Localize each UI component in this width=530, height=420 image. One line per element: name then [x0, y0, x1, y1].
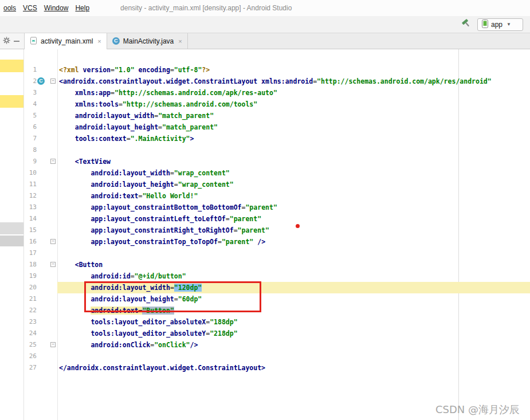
code-token: "218dp" — [210, 329, 237, 337]
menu-item-tools[interactable]: ools — [0, 4, 19, 12]
code-line[interactable]: 11 android:layout_height="wrap_content" — [24, 179, 530, 190]
line-number: 10 — [29, 167, 37, 179]
build-hammer-icon[interactable] — [461, 18, 472, 30]
line-number: 17 — [29, 248, 37, 259]
code-line[interactable]: 25− android:onClick="onClick"/> — [24, 339, 530, 351]
code-line[interactable]: 18− <Button — [24, 259, 530, 270]
code-text[interactable]: xmlns:app="http://schemas.android.com/ap… — [57, 87, 530, 99]
code-line[interactable]: 27</androidx.constraintlayout.widget.Con… — [24, 362, 530, 374]
line-number: 11 — [29, 179, 37, 190]
code-token: encoding — [139, 66, 170, 74]
code-line[interactable]: 4 xmlns:tools="http://schemas.android.co… — [24, 99, 530, 110]
gutter: 4 — [24, 99, 57, 110]
line-number: 16 — [29, 236, 37, 248]
line-number: 4 — [33, 99, 37, 110]
code-line[interactable]: 24 tools:layout_editor_absoluteY="218dp" — [24, 328, 530, 339]
fold-marker-icon[interactable]: − — [50, 262, 56, 267]
code-editor[interactable]: 1<?xml version="1.0" encoding="utf-8"?>2… — [24, 49, 530, 420]
code-text[interactable]: android:layout_height="match_parent" — [57, 121, 530, 133]
code-text[interactable]: <TextView — [57, 156, 530, 167]
fold-marker-icon[interactable]: − — [50, 342, 56, 347]
code-token: android:onClick — [91, 341, 150, 349]
code-text[interactable] — [57, 144, 530, 156]
code-line[interactable]: 21 android:layout_height="60dp" — [24, 293, 530, 305]
close-tab-icon[interactable]: × — [178, 38, 182, 45]
menu-item-window[interactable]: Window — [41, 4, 72, 12]
gutter: 18− — [24, 259, 57, 270]
line-number: 8 — [33, 144, 37, 156]
code-line[interactable]: 8 — [24, 144, 530, 156]
tab-activity-main-xml[interactable]: activity_main.xml × — [24, 33, 107, 49]
code-token: = — [111, 89, 115, 97]
gutter: 13 — [24, 202, 57, 213]
code-text[interactable]: android:text="Button" — [57, 305, 530, 316]
tab-label: MainActivity.java — [123, 37, 174, 45]
code-text[interactable]: android:id="@+id/button" — [57, 270, 530, 282]
code-line[interactable]: 26 — [24, 351, 530, 362]
code-text[interactable]: android:layout_height="60dp" — [57, 293, 530, 305]
code-text[interactable]: android:layout_width="120dp" — [57, 282, 530, 293]
code-token: "120dp" — [174, 284, 202, 292]
code-text[interactable] — [57, 351, 530, 362]
code-text[interactable]: <Button — [57, 259, 530, 270]
code-text[interactable]: app:layout_constraintRight_toRightOf="pa… — [57, 225, 530, 236]
code-text[interactable]: app:layout_constraintTop_toTopOf="parent… — [57, 236, 530, 248]
code-token: "http://schemas.android.com/apk/res-auto… — [115, 89, 277, 97]
code-line[interactable]: 9− <TextView — [24, 156, 530, 167]
code-line[interactable]: 2C−<androidx.constraintlayout.widget.Con… — [24, 76, 530, 87]
code-line[interactable]: 22 android:text="Button" — [24, 305, 530, 316]
code-text[interactable]: android:layout_width="wrap_content" — [57, 167, 530, 179]
code-text[interactable]: tools:layout_editor_absoluteY="218dp" — [57, 328, 530, 339]
line-number: 24 — [29, 328, 37, 339]
line-number: 26 — [29, 351, 37, 362]
code-text[interactable]: android:text="Hello World!" — [57, 190, 530, 202]
fold-marker-icon[interactable]: − — [50, 159, 56, 164]
menu-item-vcs[interactable]: VCS — [19, 4, 41, 12]
code-line[interactable]: 13 app:layout_constraintBottom_toBottomO… — [24, 202, 530, 213]
code-line[interactable]: 3 xmlns:app="http://schemas.android.com/… — [24, 87, 530, 99]
code-text[interactable]: <?xml version="1.0" encoding="utf-8"?> — [57, 64, 530, 76]
code-text[interactable]: android:onClick="onClick"/> — [57, 339, 530, 351]
code-text[interactable]: android:layout_height="wrap_content" — [57, 179, 530, 190]
code-line[interactable]: 19 android:id="@+id/button" — [24, 270, 530, 282]
hide-panel-icon[interactable] — [14, 41, 19, 42]
code-text[interactable]: app:layout_constraintBottom_toBottomOf="… — [57, 202, 530, 213]
code-token: "match_parent" — [162, 123, 218, 131]
code-text[interactable]: tools:context=".MainActivity"> — [57, 133, 530, 144]
code-token: app:layout_constraintRight_toRightOf — [91, 226, 233, 234]
line-number: 19 — [29, 270, 37, 282]
code-line[interactable]: 10 android:layout_width="wrap_content" — [24, 167, 530, 179]
gear-icon[interactable] — [3, 37, 10, 46]
code-text[interactable] — [57, 248, 530, 259]
close-tab-icon[interactable]: × — [97, 38, 101, 45]
code-token: android:id — [91, 272, 130, 280]
code-line[interactable]: 15 app:layout_constraintRight_toRightOf=… — [24, 225, 530, 236]
run-configuration-selector[interactable]: app ▼ — [477, 18, 523, 31]
code-line[interactable]: 14 app:layout_constraintLeft_toLeftOf="p… — [24, 213, 530, 225]
code-line[interactable]: 1<?xml version="1.0" encoding="utf-8"?> — [24, 64, 530, 76]
code-text[interactable]: <androidx.constraintlayout.widget.Constr… — [57, 76, 530, 87]
file-status-mark — [0, 95, 23, 108]
code-token: tools:context — [75, 135, 127, 143]
line-number: 27 — [29, 362, 37, 374]
code-text[interactable]: xmlns:tools="http://schemas.android.com/… — [57, 99, 530, 110]
code-text[interactable]: tools:layout_editor_absoluteX="188dp" — [57, 316, 530, 328]
code-line[interactable]: 16− app:layout_constraintTop_toTopOf="pa… — [24, 236, 530, 248]
fold-marker-icon[interactable]: − — [50, 78, 56, 84]
line-number: 18 — [29, 259, 37, 270]
code-line[interactable]: 17 — [24, 248, 530, 259]
line-number: 1 — [33, 64, 37, 76]
code-line[interactable]: 20 android:layout_width="120dp" — [24, 282, 530, 293]
code-text[interactable]: app:layout_constraintLeft_toLeftOf="pare… — [57, 213, 530, 225]
code-text[interactable]: </androidx.constraintlayout.widget.Const… — [57, 362, 530, 374]
code-text[interactable]: android:layout_width="match_parent" — [57, 110, 530, 121]
code-line[interactable]: 5 android:layout_width="match_parent" — [24, 110, 530, 121]
code-line[interactable]: 6 android:layout_height="match_parent" — [24, 121, 530, 133]
code-line[interactable]: 12 android:text="Hello World!" — [24, 190, 530, 202]
code-line[interactable]: 7 tools:context=".MainActivity"> — [24, 133, 530, 144]
tab-mainactivity-java[interactable]: C MainActivity.java × — [107, 33, 188, 49]
fold-marker-icon[interactable]: − — [50, 239, 56, 244]
code-line[interactable]: 23 tools:layout_editor_absoluteX="188dp" — [24, 316, 530, 328]
menu-item-help[interactable]: Help — [72, 4, 93, 12]
code-token: android:text — [91, 192, 138, 200]
